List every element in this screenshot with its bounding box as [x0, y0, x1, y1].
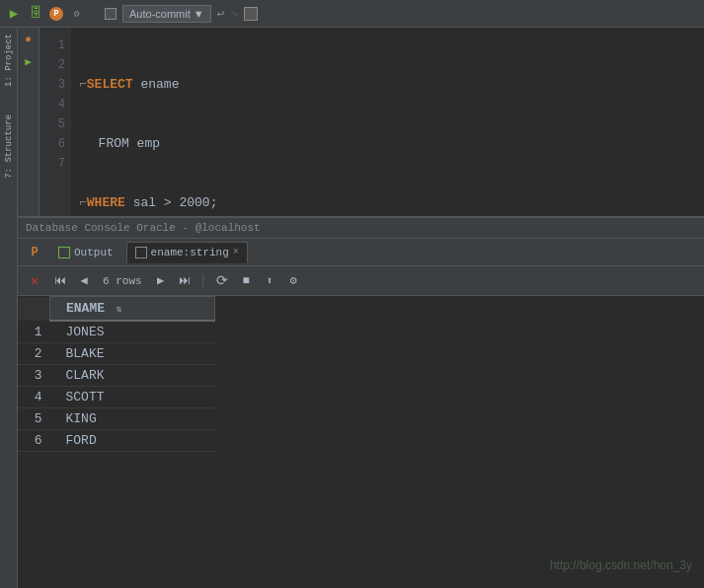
col-header-ename[interactable]: ENAME ⇅ [50, 297, 215, 322]
last-row-button[interactable]: ⏭ [176, 272, 194, 290]
stop-result-button[interactable]: ■ [237, 272, 255, 290]
divider-1: | [199, 273, 207, 289]
next-row-button[interactable]: ▶ [152, 272, 170, 290]
result-icon [135, 247, 147, 258]
auto-commit-button[interactable]: Auto-commit ▼ [122, 5, 211, 23]
row-number: 6 [18, 430, 50, 452]
console-title-text: Database Console Oracle - @localhost [26, 222, 261, 234]
tabs-bar: P Output ename:string × [18, 239, 704, 266]
rows-count: 6 rows [99, 275, 146, 287]
stop-button[interactable] [244, 7, 258, 21]
db-icon[interactable]: 🗄 [28, 6, 43, 22]
wrench-icon[interactable]: ⚙ [69, 6, 85, 22]
redo-button[interactable]: ↷ [230, 6, 238, 22]
table-row[interactable]: 1 JONES [18, 321, 215, 343]
tab-ename-string[interactable]: ename:string × [126, 242, 248, 263]
row-number: 4 [18, 387, 50, 408]
line-numbers: 1 2 3 4 5 6 7 [39, 28, 71, 216]
code-editor: ● ▶ 1 2 3 4 5 6 7 ⌐SELECT ename FROM emp… [18, 28, 704, 217]
undo-button[interactable]: ↩ [217, 6, 225, 22]
panel-p-icon: P [27, 245, 42, 260]
table-row[interactable]: 4 SCOTT [18, 387, 215, 408]
results-table: ENAME ⇅ 1 JONES 2 BLAKE 3 CLARK 4 SCOTT [18, 296, 215, 452]
editor-icon-strip: ● ▶ [18, 28, 39, 216]
cell-ename: CLARK [50, 365, 215, 387]
chevron-down-icon: ▼ [194, 8, 204, 20]
tab-output[interactable]: Output [49, 242, 122, 263]
run-gutter-icon: ▶ [21, 53, 37, 69]
sidebar-tab-structure[interactable]: 7: Structure [2, 110, 16, 183]
refresh-button[interactable]: ⟳ [213, 272, 231, 290]
breakpoint-icon: ● [21, 32, 37, 47]
sidebar-tab-project[interactable]: 1: Project [2, 30, 16, 91]
cell-ename: BLAKE [50, 343, 215, 365]
row-number: 2 [18, 343, 50, 365]
row-number: 1 [18, 321, 50, 343]
row-number: 5 [18, 408, 50, 430]
first-row-button[interactable]: ⏮ [51, 272, 69, 290]
export-button[interactable]: ⬆ [261, 272, 278, 290]
result-icon-strip: ✕ [24, 273, 45, 289]
result-red-icon: ✕ [27, 273, 42, 289]
bottom-panel: P Output ename:string × [18, 239, 704, 588]
data-table-wrapper: ENAME ⇅ 1 JONES 2 BLAKE 3 CLARK 4 SCOTT [18, 296, 704, 588]
watermark: http://blog.csdn.net/hon_3y [550, 558, 692, 572]
checkbox-icon[interactable] [105, 8, 117, 20]
output-tab-label: Output [74, 247, 114, 258]
auto-commit-label: Auto-commit [129, 8, 191, 20]
tab-close-button[interactable]: × [233, 247, 239, 257]
panel-icon-strip: P [24, 245, 45, 260]
top-toolbar: ▶ 🗄 P ⚙ Auto-commit ▼ ↩ ↷ [0, 0, 704, 28]
row-number: 3 [18, 365, 50, 387]
col-header-ename-text: ENAME [66, 301, 105, 316]
table-row[interactable]: 5 KING [18, 408, 215, 430]
table-row[interactable]: 3 CLARK [18, 365, 215, 387]
console-titlebar: Database Console Oracle - @localhost [18, 217, 704, 239]
output-icon [58, 247, 70, 258]
result-tab-label: ename:string [151, 247, 229, 258]
p-circle-icon[interactable]: P [49, 7, 63, 21]
sort-icon: ⇅ [117, 304, 122, 315]
table-row[interactable]: 6 FORD [18, 430, 215, 452]
code-text[interactable]: ⌐SELECT ename FROM emp ⌐WHERE sal > 2000… [71, 28, 704, 216]
run-icon[interactable]: ▶ [6, 6, 22, 22]
cell-ename: JONES [50, 321, 215, 343]
table-row[interactable]: 2 BLAKE [18, 343, 215, 365]
prev-row-button[interactable]: ◀ [75, 272, 93, 290]
settings-result-button[interactable]: ⚙ [284, 272, 302, 290]
cell-ename: SCOTT [50, 387, 215, 408]
cell-ename: FORD [50, 430, 215, 452]
result-toolbar: ✕ ⏮ ◀ 6 rows ▶ ⏭ | ⟳ ■ ⬆ ⚙ [18, 266, 704, 296]
cell-ename: KING [50, 408, 215, 430]
left-sidebar: 1: Project 7: Structure [0, 28, 18, 588]
